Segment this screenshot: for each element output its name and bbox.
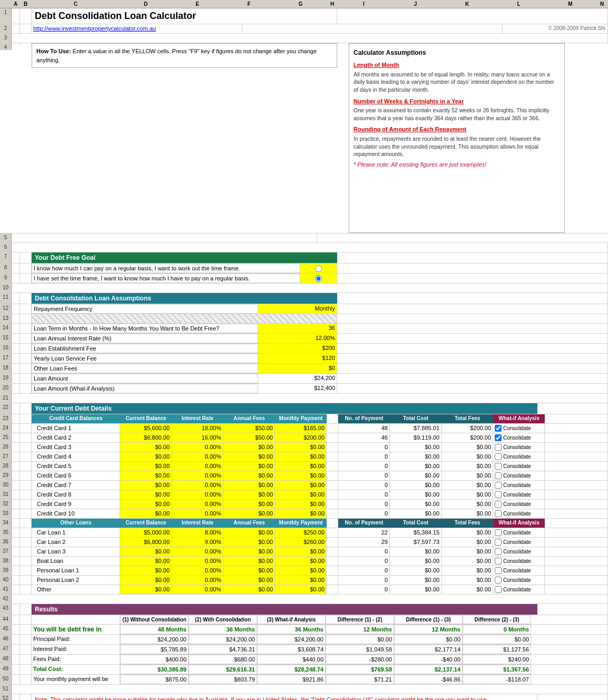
cc2-checkbox[interactable] [495, 434, 502, 441]
row-39: 39 Personal Loan 1 $0.00 0.00% $0.00 $0.… [0, 566, 608, 576]
row-1: 1 Debt Consolidation Loan Calculator [0, 8, 608, 24]
row-31: 31 Credit Card 8 $0.00 0.00% $0.00 $0.00… [0, 490, 608, 500]
row20-end [337, 384, 608, 393]
col-B-header: B [20, 0, 32, 8]
row19-B [20, 374, 32, 383]
row-29: 29 Credit Card 6 $0.00 0.00% $0.00 $0.00… [0, 471, 608, 481]
row-36: 36 Car Loan 2 $6,800.00 9.00% $0.00 $260… [0, 538, 608, 547]
result-row-1-d23: $1,127.56 [463, 645, 531, 654]
col-H-header: H [327, 0, 338, 8]
cc1-fees[interactable]: $50.00 [223, 424, 275, 433]
col-C-header: C [32, 0, 120, 8]
row3-empty [12, 34, 608, 43]
yearly-service-fee-value[interactable]: $120 [258, 354, 337, 363]
row-27: 27 Credit Card 4 $0.00 0.00% $0.00 $0.00… [0, 452, 608, 462]
row12-end [337, 304, 608, 314]
debt-free-option2-radio[interactable] [315, 275, 322, 282]
debt-free-option2-label: I have set the time frame, I want to kno… [32, 274, 300, 283]
interest-rate-value[interactable]: 12.00% [258, 334, 337, 343]
cc1-rate[interactable]: 18.00% [172, 424, 223, 433]
debt-free-v2: 36 Months [189, 625, 257, 634]
row-num-11: 11 [0, 293, 12, 304]
row1-right [337, 8, 608, 24]
debt-free-option1-radio[interactable] [315, 265, 322, 272]
other-fees-label: Other Loan Fees [32, 364, 258, 373]
row-52: 52 Note: This calculator might be more s… [0, 694, 608, 700]
loan-amount-value: $24,200 [258, 374, 337, 383]
loan-term-value[interactable]: 36 [258, 324, 337, 333]
row-num-12: 12 [0, 304, 12, 314]
row-num-42: 42 [0, 595, 12, 604]
row-num-3: 3 [0, 34, 12, 43]
debt-free-option2-radio-cell[interactable] [300, 274, 337, 283]
row-48: 48 Fees Paid: $400.00 $680.00 $440.00 -$… [0, 655, 608, 665]
cc1-checkbox[interactable] [495, 425, 502, 432]
results-col1-header: (1) Without Consolidation [120, 615, 189, 624]
yearly-service-fee-label: Yearly Loan Service Fee [32, 354, 258, 363]
row19-end [337, 374, 608, 383]
col-K-header: K [442, 0, 493, 8]
row-19: 19 Loan Amount $24,200 [0, 374, 608, 384]
result-row-1-d12: $1,049.58 [326, 645, 394, 654]
cc-monthly-payment-header: Monthly Payment [275, 414, 327, 423]
cc2-balance[interactable]: $6,800.00 [120, 433, 172, 442]
row-num-1: 1 [0, 8, 12, 24]
row9-A [12, 274, 20, 283]
col-E-header: E [172, 0, 223, 8]
interest-rate-label: Loan Annual Interest Rate (%) [32, 334, 258, 343]
row7-B [20, 252, 32, 263]
result-row-2-label: Fees Paid: [32, 655, 120, 664]
results-col5-header: Difference (1) - (3) [394, 615, 463, 624]
row-3: 3 [0, 34, 608, 43]
row9-end [337, 274, 608, 283]
repayment-freq-value[interactable]: Monthly [258, 304, 337, 314]
row-num-6: 6 [0, 243, 12, 252]
debt-free-option1-radio-cell[interactable] [300, 264, 337, 273]
row-2: 2 http://www.investmentpropertycalculato… [0, 24, 608, 34]
cc1-balance[interactable]: $5,600.00 [120, 424, 172, 433]
row-40: 40 Personal Loan 2 $0.00 0.00% $0.00 $0.… [0, 576, 608, 585]
column-header-row: A B C D E F G H I J K L M N O [0, 0, 608, 8]
other-fees-value[interactable]: $0 [258, 364, 337, 373]
row4-B [20, 43, 32, 45]
debt-free-v1: 48 Months [120, 625, 189, 634]
cc2-consolidate[interactable]: Consolidate [493, 433, 545, 442]
row2-B [20, 24, 32, 33]
establishment-fee-value[interactable]: $200 [258, 344, 337, 353]
row-34: 34 Other Loans Current Balance Interest … [0, 519, 608, 528]
result-row-1-d13: $2,177.14 [394, 645, 463, 654]
result-row-4-d23: -$118.07 [463, 675, 531, 684]
result-row-4-d12: $71.21 [326, 675, 394, 684]
debt-free-d23: 0 Months [463, 625, 531, 634]
cc1-payment[interactable]: $165.00 [275, 424, 327, 433]
row-num-25: 25 [0, 433, 12, 442]
row-41: 41 Other $0.00 0.00% $0.00 $0.00 0 $0.00… [0, 585, 608, 595]
loan-assumptions-header: Debt Consolidation Loan Assumptions [32, 293, 337, 304]
row-6: 6 [0, 243, 608, 252]
cc2-payment[interactable]: $200.00 [275, 433, 327, 442]
ol-no-payment-header: No. of Payment [338, 519, 390, 528]
row16-B [20, 344, 32, 353]
row-25: 25 Credit Card 2 $6,800.00 16.00% $50.00… [0, 433, 608, 443]
result-row-2-d13: -$40.00 [394, 655, 463, 664]
row-20: 20 Loan Amount (What-if Analysis) $12,40… [0, 384, 608, 394]
website-link[interactable]: http://www.investmentpropertycalculator.… [32, 24, 242, 33]
row21-empty [12, 394, 608, 403]
cc-whatif-header: What-if Analysis [493, 414, 545, 423]
row8-A [12, 264, 20, 273]
result-row-3-v3: $28,248.74 [257, 665, 326, 674]
result-row-3-v2: $29,616.31 [189, 665, 257, 674]
cc2-rate[interactable]: 16.00% [172, 433, 223, 442]
col-A-header: A [12, 0, 20, 8]
assumption-length-text: All months are assumed to be of equal le… [354, 71, 560, 94]
cc1-consolidate[interactable]: Consolidate [493, 424, 545, 433]
copyright-text: © 2008-2009 Patrick Shi [503, 24, 608, 33]
cc2-fees[interactable]: $50.00 [223, 433, 275, 442]
row17-end [337, 354, 608, 363]
cc-balance-header: Credit Card Balances [32, 414, 120, 423]
result-row-1-v1: $5,785.89 [120, 645, 189, 654]
ol-monthly-payment-header: Monthly Payment [275, 519, 327, 528]
row-num-24: 24 [0, 424, 12, 433]
row-49: 49 Total Cost: $30,385.89 $29,616.31 $28… [0, 665, 608, 675]
cc1-total-fees: $200.00 [442, 424, 493, 433]
